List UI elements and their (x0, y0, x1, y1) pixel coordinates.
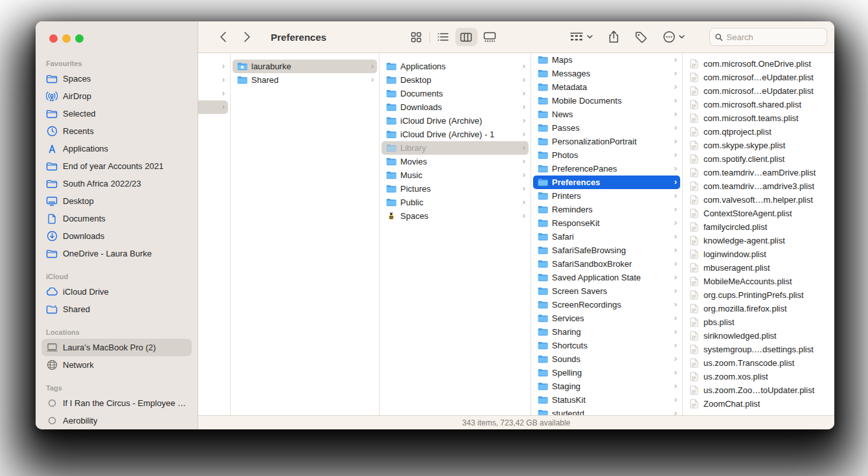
search-field[interactable] (709, 28, 827, 46)
column-item[interactable]: Shared› (233, 73, 377, 87)
column-item[interactable]: Sharing› (533, 325, 680, 339)
column-item[interactable]: Shortcuts› (533, 339, 680, 352)
column-item[interactable]: com.microsoft.shared.plist (685, 98, 832, 111)
column-item[interactable]: Printers› (533, 189, 680, 203)
sidebar-item[interactable]: AirDrop (41, 87, 192, 105)
column-item[interactable]: ZoomChat.plist (685, 397, 832, 411)
column-item[interactable]: us.zoom.Transcode.plist (685, 356, 832, 370)
column-item[interactable]: siriknowledged.plist (685, 329, 832, 343)
column-item[interactable]: Services› (533, 312, 680, 325)
column-item[interactable]: Pictures› (382, 182, 529, 196)
forward-button[interactable] (238, 28, 255, 45)
back-button[interactable] (215, 28, 232, 45)
tags-button[interactable] (635, 31, 647, 43)
column-item[interactable]: com.skype.skype.plist (685, 139, 832, 152)
column-item[interactable]: com.microsoft.OneDrive.plist (685, 57, 832, 71)
column-item[interactable]: Mobile Documents› (533, 94, 680, 108)
sidebar-item[interactable]: Shared (41, 300, 192, 318)
column-item[interactable]: Music› (382, 168, 529, 182)
column-item[interactable]: com.microsoft.teams.plist (685, 111, 832, 125)
column-item[interactable]: com.qtproject.plist (685, 125, 832, 139)
column-item[interactable]: ContextStoreAgent.plist (685, 207, 832, 220)
column-item[interactable]: iCloud Drive (Archive)› (382, 114, 529, 128)
column-item[interactable]: PersonalizationPortrait› (533, 135, 680, 148)
column-item[interactable]: systemgroup.…dsettings.plist (685, 343, 832, 356)
more-options-button[interactable] (663, 30, 685, 43)
sidebar-item[interactable]: Downloads (41, 227, 192, 245)
column-item[interactable]: Metadata› (533, 80, 680, 94)
column-item[interactable]: Spaces› (382, 209, 529, 223)
column-item[interactable]: com.microsof…eUpdater.plist (685, 84, 832, 98)
sidebar-item[interactable]: Aerobility (41, 412, 192, 429)
minimize-button[interactable] (62, 34, 71, 43)
column-item[interactable]: Documents› (382, 87, 529, 100)
column-item[interactable]: Downloads› (382, 100, 529, 114)
sidebar-item[interactable]: Recents (41, 122, 192, 140)
column-item[interactable]: StatusKit› (533, 393, 680, 407)
column-item[interactable]: Passes› (533, 121, 680, 135)
column-item[interactable]: MobileMeAccounts.plist (685, 275, 832, 288)
column-item[interactable]: Public› (382, 196, 529, 209)
sidebar-item[interactable]: Laura’s MacBook Pro (2) (41, 339, 192, 356)
column-item[interactable]: us.zoom.Zoo…toUpdater.plist (685, 383, 832, 397)
column-item-partial[interactable]: › (200, 87, 228, 100)
sidebar-item[interactable]: Spaces (41, 70, 192, 87)
column-item[interactable]: ScreenRecordings› (533, 298, 680, 312)
gallery-view-button[interactable] (479, 28, 501, 46)
close-button[interactable] (49, 34, 58, 43)
column-item[interactable]: Movies› (382, 155, 529, 168)
sidebar-item[interactable]: End of year Accounts 2021 (41, 157, 192, 175)
column-item[interactable]: com.teamdriv…amdrive3.plist (685, 179, 832, 193)
column-item-partial[interactable]: › (200, 73, 228, 87)
column-item[interactable]: mbuseragent.plist (685, 261, 832, 275)
column-item[interactable]: SafariSafeBrowsing› (533, 244, 680, 257)
column-item[interactable]: familycircled.plist (685, 220, 832, 234)
column-item[interactable]: lauraburke› (233, 60, 377, 73)
share-button[interactable] (608, 30, 619, 43)
column-item[interactable]: knowledge-agent.plist (685, 234, 832, 247)
column-item[interactable]: pbs.plist (685, 315, 832, 329)
column-item[interactable]: Preferences› (533, 176, 680, 189)
sidebar-item[interactable]: South Africa 2022/23 (41, 175, 192, 192)
column-item[interactable]: Sounds› (533, 352, 680, 366)
column-item[interactable]: us.zoom.xos.plist (685, 370, 832, 383)
column-item[interactable]: Photos› (533, 148, 680, 162)
column-item[interactable]: org.cups.PrintingPrefs.plist (685, 288, 832, 302)
column-item[interactable]: com.valvesoft…m.helper.plist (685, 193, 832, 207)
sidebar-item[interactable]: iCloud Drive (41, 283, 192, 300)
column-item[interactable]: loginwindow.plist (685, 247, 832, 261)
column-item[interactable]: Screen Savers› (533, 284, 680, 298)
column-item[interactable]: com.microsof…eUpdater.plist (685, 71, 832, 84)
column-item[interactable]: Saved Application State› (533, 271, 680, 284)
column-item[interactable]: ResponseKit› (533, 216, 680, 230)
group-button[interactable] (569, 32, 593, 42)
list-view-button[interactable] (432, 28, 454, 46)
sidebar-item[interactable]: Network (41, 356, 192, 374)
column-item[interactable]: com.teamdriv…eamDrive.plist (685, 166, 832, 179)
column-item[interactable]: Maps› (533, 53, 680, 67)
column-item-partial[interactable]: › (198, 100, 228, 114)
column-item[interactable]: Safari› (533, 230, 680, 244)
sidebar-item[interactable]: Desktop (41, 192, 192, 210)
column-item[interactable]: Spelling› (533, 366, 680, 380)
column-item-partial[interactable]: › (200, 60, 228, 73)
sidebar-item[interactable]: Selected (41, 105, 192, 122)
column-item[interactable]: Reminders› (533, 203, 680, 216)
column-item[interactable]: studentd› (533, 407, 680, 415)
column-item[interactable]: Messages› (533, 67, 680, 80)
column-item[interactable]: Staging› (533, 380, 680, 393)
icon-view-button[interactable] (405, 28, 428, 46)
column-view-button[interactable] (455, 28, 477, 46)
column-item[interactable]: com.spotify.client.plist (685, 152, 832, 166)
column-item[interactable]: News› (533, 108, 680, 121)
zoom-button[interactable] (75, 34, 84, 43)
sidebar-item[interactable]: If I Ran the Circus - Employee br… (41, 394, 192, 412)
column-item[interactable]: org.mozilla.firefox.plist (685, 302, 832, 315)
column-item[interactable]: Desktop› (382, 73, 529, 87)
sidebar-item[interactable]: OneDrive - Laura Burke (41, 245, 192, 262)
column-item[interactable]: SafariSandboxBroker› (533, 257, 680, 271)
search-input[interactable] (727, 32, 821, 42)
column-item[interactable]: Applications› (382, 60, 529, 73)
sidebar-item[interactable]: Documents (41, 210, 192, 227)
column-item[interactable]: PreferencePanes› (533, 162, 680, 176)
